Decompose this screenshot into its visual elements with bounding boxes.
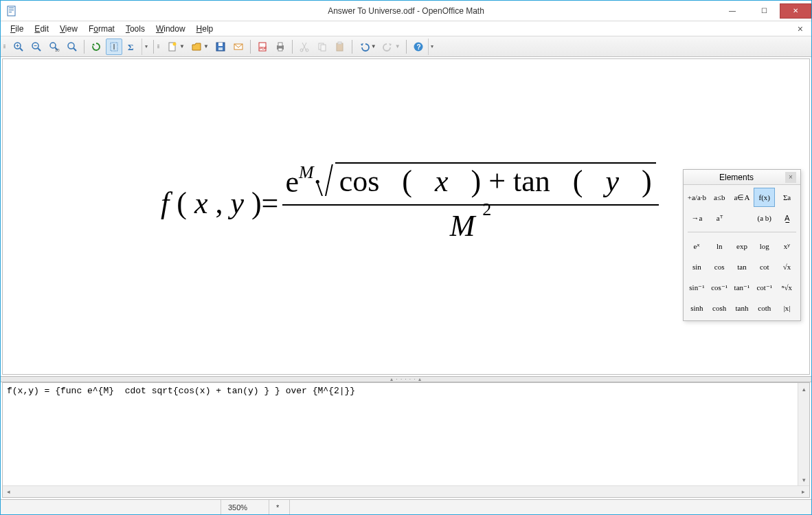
status-cell-rest <box>289 500 811 514</box>
item-sinh[interactable]: sinh <box>686 298 708 318</box>
new-dropdown[interactable]: ▼ <box>179 43 187 50</box>
elements-titlebar[interactable]: Elements × <box>684 170 800 185</box>
elements-items: eˣ ln exp log xʸ sin cos tan cot √x sin⁻… <box>684 234 800 320</box>
new-button[interactable] <box>164 39 181 55</box>
item-cosh[interactable]: cosh <box>709 298 730 318</box>
cat-operators[interactable]: Σa <box>776 188 798 207</box>
elements-close-button[interactable]: × <box>785 172 796 183</box>
item-acos[interactable]: cos⁻¹ <box>709 278 730 297</box>
svg-line-9 <box>38 48 41 51</box>
open-button[interactable] <box>188 39 205 55</box>
cat-set-ops[interactable]: a∈A <box>732 188 753 207</box>
undo-button[interactable] <box>356 39 372 55</box>
close-button[interactable]: ✕ <box>780 3 811 19</box>
item-asin[interactable]: sin⁻¹ <box>686 278 708 297</box>
cat-others[interactable]: aᵀ <box>709 208 730 228</box>
cat-relations[interactable]: a≤b <box>709 188 730 207</box>
item-abs[interactable]: |x| <box>776 298 798 318</box>
item-sin[interactable]: sin <box>686 257 708 276</box>
formula-e-sup: M <box>299 162 314 183</box>
elements-title: Elements <box>688 173 785 182</box>
status-modified: * <box>269 500 289 514</box>
formula-preview[interactable]: f ( x , y ) = e M · cos ( <box>2 58 810 375</box>
separator <box>406 40 407 54</box>
status-zoom[interactable]: 350% <box>221 500 269 514</box>
close-document-button[interactable]: × <box>793 23 807 34</box>
item-exp[interactable]: exp <box>732 237 753 256</box>
menu-view[interactable]: View <box>54 23 83 35</box>
item-coth[interactable]: coth <box>754 298 775 318</box>
item-cos[interactable]: cos <box>709 257 730 276</box>
formula-tan: tan <box>513 164 550 198</box>
cut-button[interactable] <box>296 39 313 55</box>
formula-e: e <box>285 164 299 199</box>
formula-cos: cos <box>339 164 380 198</box>
pdf-button[interactable]: PDF <box>254 39 271 55</box>
item-cot[interactable]: cot <box>754 257 775 276</box>
menu-window[interactable]: Window <box>150 23 191 35</box>
item-power[interactable]: xʸ <box>776 237 798 256</box>
zoom-100-button[interactable]: 100 <box>46 39 63 55</box>
zoom-all-button[interactable] <box>64 39 80 55</box>
editor-vscrollbar[interactable]: ▴ ▾ <box>798 383 809 485</box>
item-log[interactable]: log <box>754 237 775 256</box>
scroll-right-button[interactable]: ▸ <box>798 486 809 498</box>
menu-format[interactable]: Format <box>83 23 120 35</box>
item-tanh[interactable]: tanh <box>732 298 753 318</box>
scroll-left-button[interactable]: ◂ <box>3 486 14 498</box>
toolbar-handle[interactable] <box>3 39 8 54</box>
elements-separator <box>688 232 796 232</box>
zoom-in-button[interactable] <box>10 39 27 55</box>
save-button[interactable] <box>212 39 229 55</box>
refresh-button[interactable] <box>88 39 104 55</box>
item-sqrt[interactable]: √x <box>776 257 798 276</box>
item-exp-x[interactable]: eˣ <box>686 237 708 256</box>
redo-button[interactable] <box>380 39 396 55</box>
separator <box>153 40 154 54</box>
menu-tools[interactable]: Tools <box>120 23 150 35</box>
formula-editor[interactable]: f(x,y) = {func e^{M} cdot sqrt{cos(x) + … <box>3 383 798 485</box>
menu-file[interactable]: File <box>5 23 29 35</box>
cat-brackets[interactable]: (a b) <box>754 208 775 228</box>
menu-edit[interactable]: Edit <box>29 23 54 35</box>
item-acot[interactable]: cot⁻¹ <box>754 278 775 297</box>
formula-cdot: · <box>314 164 322 199</box>
minimize-button[interactable]: — <box>717 3 748 19</box>
toolbar-overflow-2[interactable]: ▾ <box>428 39 436 55</box>
item-ln[interactable]: ln <box>709 237 730 256</box>
redo-dropdown[interactable]: ▼ <box>395 43 403 50</box>
toolbar-overflow[interactable]: ▾ <box>142 39 150 55</box>
splitter[interactable]: ▴ · · · · · ▴ <box>1 376 811 382</box>
help-button[interactable]: ? <box>410 39 427 55</box>
formula-cursor-button[interactable] <box>106 39 122 55</box>
undo-dropdown[interactable]: ▼ <box>371 43 379 50</box>
app-icon <box>6 6 17 17</box>
scroll-down-button[interactable]: ▾ <box>798 474 810 485</box>
cat-attributes[interactable]: →a <box>686 208 708 228</box>
item-atan[interactable]: tan⁻¹ <box>732 278 753 297</box>
svg-rect-34 <box>337 43 343 51</box>
svg-rect-2 <box>9 10 14 10</box>
menu-help[interactable]: Help <box>191 23 219 35</box>
formula-cos-close: ) <box>471 164 481 198</box>
print-button[interactable] <box>272 39 289 55</box>
scroll-up-button[interactable]: ▴ <box>798 383 810 395</box>
paste-button[interactable] <box>332 39 348 55</box>
catalog-button[interactable]: Σ <box>124 39 140 55</box>
cat-unary-binary[interactable]: +a/a·b <box>686 188 708 207</box>
item-nroot[interactable]: ⁿ√x <box>776 278 798 297</box>
toolbar-handle-2[interactable] <box>157 39 161 54</box>
maximize-button[interactable]: ☐ <box>748 3 780 19</box>
item-tan[interactable]: tan <box>732 257 753 276</box>
copy-button[interactable] <box>314 39 330 55</box>
zoom-out-button[interactable] <box>28 39 45 55</box>
toolbar: 100 Σ ▾ ▼ ▼ PDF ▼ ▼ ? ▾ <box>1 36 811 57</box>
cat-formats[interactable]: A̲ <box>776 208 798 228</box>
mail-button[interactable] <box>230 39 247 55</box>
cat-functions[interactable]: f(x) <box>754 188 775 207</box>
formula-sqrt: cos ( x ) + tan ( y <box>322 162 656 201</box>
elements-panel[interactable]: Elements × +a/a·b a≤b a∈A f(x) Σa →a aᵀ … <box>683 169 801 321</box>
open-dropdown[interactable]: ▼ <box>203 43 211 50</box>
sqrt-icon <box>322 162 335 201</box>
editor-hscrollbar[interactable]: ◂ ▸ <box>3 485 809 497</box>
